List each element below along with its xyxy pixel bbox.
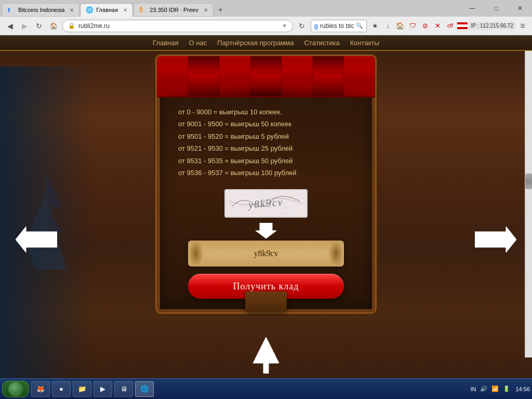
taskbar-clock: 14:56 [515,386,530,392]
tab-label-3: 23.350 IDR · Preev [150,7,198,13]
off-text[interactable]: off [445,21,455,31]
taskbar-firefox[interactable]: 🦊 [31,381,50,397]
maximize-button[interactable]: □ [484,0,508,17]
taskbar-folder[interactable]: 📁 [73,381,91,397]
svg-marker-1 [256,223,276,238]
tab-close-2[interactable]: ✕ [123,7,127,13]
browser-icon: 🌐 [140,384,149,394]
start-orb-icon [8,382,23,396]
close-button[interactable]: ✕ [508,0,532,17]
flag-icon [457,22,468,29]
nav-partner[interactable]: Партнёрская программа [217,39,294,47]
taskbar-monitor[interactable]: 🖥 [114,381,133,397]
x-icon[interactable]: ✕ [432,21,443,31]
folder-icon: 📁 [77,384,87,394]
minimize-button[interactable]: — [460,0,484,17]
taskbar-media[interactable]: ▶ [94,381,112,397]
svg-marker-3 [475,227,516,252]
scrollbar-thumb[interactable] [525,174,532,189]
prize-row-4: от 9521 - 9530 = выигрыш 25 рублей [178,142,354,154]
taskbar-chrome[interactable]: ● [52,381,71,397]
tab-label-2: Главная [96,7,118,13]
address-bar-row: ◀ ▶ ↻ 🏠 🔒 rubli2me.ru ▼ ↻ g rubles to bt… [0,17,532,35]
toolbar-icons: ★ ↓ 🏠 🛡 ⊘ ✕ off IP : 112.215.66.72 ≡ [370,21,528,31]
search-icon: 🔍 [356,22,363,29]
game-frame: от 0 - 9000 = выигрыш 10 копеек. от 9001… [157,56,375,312]
forward-button[interactable]: ▶ [19,20,30,32]
scrollbar[interactable] [525,51,532,357]
nav-stats[interactable]: Статистика [304,39,339,47]
tab-label-1: Bitcoins Indonesia [18,7,64,13]
prize-row-6: от 9536 - 9537 = выигрыш 100 рублей [178,167,354,179]
main-content: от 0 - 9000 = выигрыш 10 копеек. от 9001… [0,51,532,378]
frame-bottom-decoration [245,291,287,312]
scroll-background [188,241,344,267]
browser-window: f Bitcoins Indonesia ✕ 🌐 Главная ✕ ₿ 23.… [0,0,532,399]
tab-glavnaya[interactable]: 🌐 Главная ✕ [80,3,133,17]
monitor-icon: 🖥 [119,384,128,394]
start-button[interactable] [2,381,29,397]
tab-preev[interactable]: ₿ 23.350 IDR · Preev ✕ [134,3,214,17]
refresh-button[interactable]: ↻ [296,20,308,32]
prize-row-1: от 0 - 9000 = выигрыш 10 копеек. [178,106,354,118]
dropdown-icon: ▼ [282,23,287,29]
shield-icon[interactable]: 🛡 [407,21,418,31]
bookmarks-icon[interactable]: ★ [370,21,380,31]
prize-row-2: от 9001 - 9500 = выигрыш 50 копеек [178,118,354,130]
tab-favicon-1: f [8,6,15,14]
search-box[interactable]: g rubles to btc 🔍 [311,20,367,32]
home-button[interactable]: 🏠 [48,20,59,32]
scroll-input-container [188,241,344,267]
block-icon[interactable]: ⊘ [420,21,430,31]
arrow-up-annotation [253,337,279,376]
arrow-down-icon [170,223,362,238]
taskbar: 🦊 ● 📁 ▶ 🖥 🌐 IN 🔊 📶 🔋 14:56 [0,378,532,399]
reload-button[interactable]: ↻ [33,20,45,32]
window-controls: — □ ✕ [460,0,532,17]
ip-area: IP : 112.215.66.72 [457,21,515,31]
sound-icon[interactable]: 🔊 [480,385,487,392]
time-display: 14:56 [515,386,530,392]
media-icon: ▶ [98,384,108,394]
prize-list: от 0 - 9000 = выигрыш 10 копеек. от 9001… [170,101,362,184]
download-icon[interactable]: ↓ [382,21,393,31]
nav-about[interactable]: О нас [189,39,207,47]
tab-bar: f Bitcoins Indonesia ✕ 🌐 Главная ✕ ₿ 23.… [0,0,532,17]
svg-marker-4 [253,337,279,374]
nav-home[interactable]: Главная [153,39,178,47]
battery-icon: 🔋 [503,385,510,392]
prize-row-5: от 9531 - 9535 = выигрыш 50 рублей [178,155,354,167]
new-tab-button[interactable]: + [214,3,227,17]
taskbar-system-tray: IN 🔊 📶 🔋 [467,385,513,392]
site-navigation: Главная О нас Партнёрская программа Стат… [0,35,532,51]
address-text: rubli2me.ru [78,22,110,30]
arrow-right-annotation [475,227,516,255]
firefox-icon: 🦊 [36,384,45,394]
home-icon2[interactable]: 🏠 [395,21,405,31]
network-icon[interactable]: 📶 [491,385,499,392]
search-text: rubles to btc [320,22,354,30]
taskbar-browser-active[interactable]: 🌐 [135,381,154,397]
curtain-decoration [157,56,375,98]
ship-left-decoration [0,66,94,378]
prize-row-3: от 9501 - 9520 = выигрыш 5 рублей [178,130,354,142]
captcha-image-container: y8k9cv [224,189,308,218]
tab-close-1[interactable]: ✕ [70,7,74,13]
tab-favicon-2: 🌐 [86,6,93,14]
arrow-left-annotation [16,227,57,255]
captcha-input[interactable] [214,249,318,258]
tab-close-3[interactable]: ✕ [204,7,208,13]
lock-icon: 🔒 [68,22,75,29]
locale-indicator: IN [470,386,476,392]
curtain-folds [157,56,375,96]
search-engine-icon: g [314,22,318,30]
address-input-container[interactable]: 🔒 rubli2me.ru ▼ [62,20,293,32]
tab-favicon-3: ₿ [139,6,147,14]
back-button[interactable]: ◀ [4,20,16,32]
ip-address: IP : 112.215.66.72 [469,22,515,30]
nav-contact[interactable]: Контакты [350,39,379,47]
menu-button[interactable]: ≡ [517,21,528,31]
tab-bitcoins-indonesia[interactable]: f Bitcoins Indonesia ✕ [2,3,79,17]
svg-marker-2 [16,227,57,252]
chrome-icon: ● [57,384,66,394]
